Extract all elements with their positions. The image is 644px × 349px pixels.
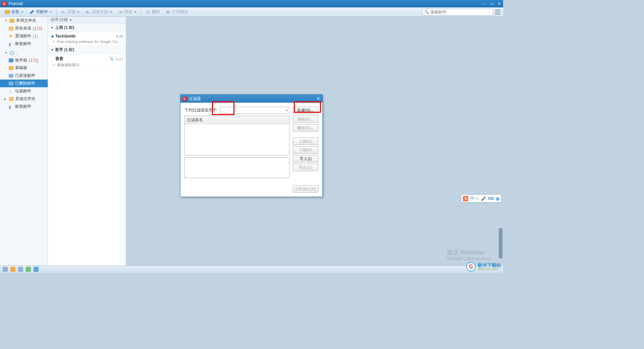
sidebar-label: 标签邮件 (15, 41, 31, 47)
status-icon[interactable] (10, 267, 15, 272)
apply-to-combo[interactable]: . ▾ (220, 107, 289, 114)
sort-label: 排序:日期 (51, 17, 68, 23)
delete-button[interactable]: 删除 (143, 8, 162, 15)
sidebar-label: 常用文件夹 (16, 18, 36, 23)
delete-filter-button[interactable]: 删除(D)... (293, 124, 318, 132)
sidebar-pinned[interactable]: ★ 置顶邮件 (1) (0, 32, 48, 40)
search-dropdown-icon[interactable]: ⌄ (489, 10, 491, 14)
star-icon[interactable]: ★ (52, 63, 55, 67)
sidebar-label: . (16, 51, 17, 55)
compose-button[interactable]: 写邮件 ▼ (27, 8, 54, 15)
status-icon[interactable] (34, 267, 39, 272)
close-button[interactable]: ✕ (497, 1, 501, 6)
search-box[interactable]: 🔍 ⌄ (423, 9, 493, 15)
filter-list[interactable]: 过滤器名 (184, 116, 289, 155)
svg-rect-1 (166, 11, 170, 13)
mail-item[interactable]: 香香 📎 1-17 ★ 极速编辑器01 (48, 54, 126, 69)
svg-rect-0 (5, 10, 10, 14)
mail-group-header[interactable]: ▼ 更早 (1 封) (48, 46, 126, 54)
fire-icon: ♨ (9, 89, 13, 93)
ime-toolbar[interactable]: S 中 •, 🎤 ⌨ ▦ (461, 195, 501, 202)
move-up-button[interactable]: 上移(U) (293, 138, 318, 145)
menu-button[interactable] (495, 10, 500, 14)
star-icon[interactable]: ★ (52, 39, 55, 44)
sidebar-inbox[interactable]: 收件箱 (172) (0, 56, 48, 64)
forward-icon (118, 9, 123, 15)
mail-date: 1-17 (116, 57, 123, 61)
sidebar-label: 已删除邮件 (15, 81, 35, 86)
delete-icon (145, 9, 151, 15)
ime-settings-icon[interactable]: ▦ (496, 196, 499, 201)
reply-all-button[interactable]: 回复全部 ▼ (83, 8, 114, 15)
sidebar-spam[interactable]: ♨ 垃圾邮件 (0, 87, 48, 95)
chevron-right-icon: ▶ (4, 97, 7, 101)
sort-bar[interactable]: 排序:日期 ▼ (48, 17, 126, 23)
edit-filter-button[interactable]: 编辑(E)... (293, 115, 318, 123)
sidebar-account[interactable]: ▼ . (0, 50, 48, 56)
sidebar-common-folders[interactable]: ▼ 常用文件夹 (0, 17, 48, 24)
scrollbar-thumb[interactable] (499, 228, 502, 258)
dialog-close-button[interactable]: ✕ (316, 96, 320, 101)
print-preview-button[interactable]: 打印预览 (163, 8, 190, 15)
app-title: Foxmail (9, 1, 482, 6)
folder-icon (10, 19, 14, 23)
sidebar-tags[interactable]: ▮ 标签邮件 (0, 103, 48, 110)
minimize-button[interactable]: — (482, 1, 487, 6)
import-button[interactable]: 导入(I) (293, 155, 318, 162)
forward-button[interactable]: 转发 ▼ (116, 8, 139, 15)
export-button[interactable]: 导出(O) (293, 164, 318, 171)
combo-value: . (221, 108, 286, 113)
sidebar-all-unread[interactable]: 所有未读 (172) (0, 24, 48, 32)
maximize-button[interactable]: ▭ (490, 1, 494, 6)
status-icon[interactable] (18, 267, 23, 272)
receive-button[interactable]: 收取 ▼ (3, 8, 26, 15)
printer-icon (165, 9, 171, 15)
mail-subject: 极速编辑器01 (57, 62, 79, 67)
folder-icon (9, 27, 13, 31)
dropdown-icon: ▼ (77, 10, 80, 14)
mail-item[interactable]: TechSmith 4-28 ★ Free training webinars … (48, 32, 126, 46)
reply-button[interactable]: 回复 ▼ (59, 8, 82, 15)
envelope-icon (5, 9, 10, 15)
ime-punct-icon[interactable]: •, (476, 196, 479, 201)
ime-mic-icon[interactable]: 🎤 (481, 196, 486, 201)
sidebar-deleted[interactable]: 已删除邮件 (0, 80, 48, 87)
run-now-button[interactable]: 立即执行(R) (293, 185, 318, 193)
sidebar-tagged[interactable]: ▮ 标签邮件 (0, 40, 48, 48)
scrollbar[interactable] (498, 17, 503, 265)
mail-sender: 香香 (55, 56, 107, 62)
filter-description-box (184, 157, 289, 178)
ime-keyboard-icon[interactable]: ⌨ (488, 196, 494, 201)
status-icon[interactable] (3, 267, 8, 272)
chevron-down-icon: ▼ (51, 26, 54, 30)
sidebar-sent[interactable]: 已发送邮件 (0, 72, 48, 80)
folder-icon (9, 97, 14, 101)
mail-date: 4-28 (116, 34, 123, 38)
sidebar-label: 置顶邮件 (15, 33, 31, 39)
new-filter-button[interactable]: 新建(N)... (293, 107, 318, 114)
dialog-titlebar: G 过滤器 ✕ (180, 95, 322, 103)
app-icon: G (2, 1, 7, 6)
sidebar-other-folders[interactable]: ▶ 其他文件夹 (0, 95, 48, 103)
move-down-button[interactable]: 下移(K) (293, 146, 318, 154)
group-label: 更早 (1 封) (55, 47, 74, 53)
search-input[interactable] (430, 10, 489, 14)
dialog-body: 下列过滤器应用于: . ▾ 过滤器名 新建(N)... 编辑(E)... 删除(… (180, 103, 322, 197)
watermark-line1: 激活 Windows (446, 248, 495, 256)
mail-group-header[interactable]: ▼ 上周 (1 封) (48, 23, 126, 32)
reply-icon (61, 9, 66, 15)
window-controls: — ▭ ✕ (482, 1, 501, 6)
status-icon[interactable] (26, 267, 31, 272)
mail-sender: TechSmith (55, 34, 114, 39)
sent-icon (9, 74, 13, 78)
dropdown-icon: ▼ (69, 18, 72, 22)
unread-count: (172) (33, 26, 42, 31)
forward-label: 转发 (124, 9, 132, 15)
filter-dialog: G 过滤器 ✕ 下列过滤器应用于: . ▾ 过滤器名 新建(N)... 编辑(E… (180, 94, 323, 197)
separator (141, 9, 141, 15)
toolbar: 收取 ▼ 写邮件 ▼ 回复 ▼ 回复全部 ▼ 转发 ▼ 删除 打印预览 🔍 ⌄ (0, 7, 503, 17)
statusbar (0, 265, 503, 273)
ime-lang[interactable]: 中 (470, 196, 474, 201)
search-wrap: 🔍 ⌄ (423, 9, 500, 15)
sidebar-drafts[interactable]: 草稿箱 (0, 64, 48, 72)
